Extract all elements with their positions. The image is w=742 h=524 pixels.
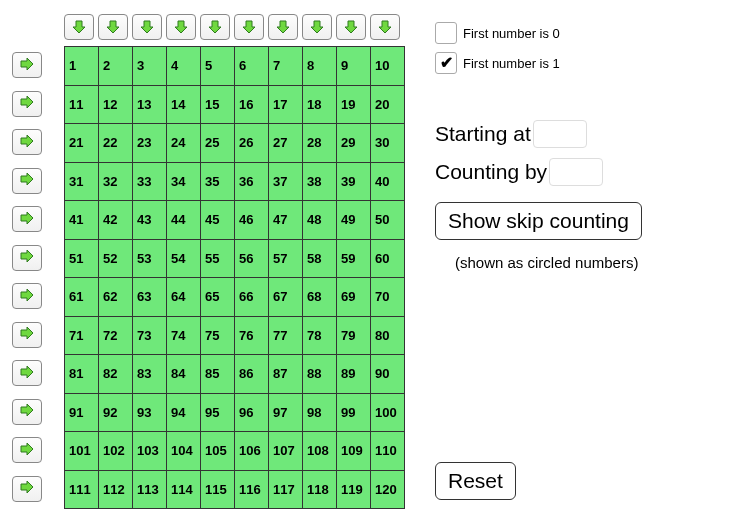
grid-cell[interactable]: 77 [269,316,303,355]
grid-cell[interactable]: 102 [99,432,133,471]
row-arrow-button[interactable] [12,168,42,194]
grid-cell[interactable]: 109 [337,432,371,471]
grid-cell[interactable]: 72 [99,316,133,355]
grid-cell[interactable]: 39 [337,162,371,201]
grid-cell[interactable]: 87 [269,355,303,394]
grid-cell[interactable]: 62 [99,278,133,317]
starting-at-input[interactable] [533,120,587,148]
grid-cell[interactable]: 79 [337,316,371,355]
grid-cell[interactable]: 44 [167,201,201,240]
column-arrow-button[interactable] [200,14,230,40]
grid-cell[interactable]: 97 [269,393,303,432]
row-arrow-button[interactable] [12,206,42,232]
grid-cell[interactable]: 11 [65,85,99,124]
grid-cell[interactable]: 120 [371,470,405,509]
grid-cell[interactable]: 80 [371,316,405,355]
grid-cell[interactable]: 93 [133,393,167,432]
reset-button[interactable]: Reset [435,462,516,500]
grid-cell[interactable]: 74 [167,316,201,355]
grid-cell[interactable]: 50 [371,201,405,240]
grid-cell[interactable]: 9 [337,47,371,86]
grid-cell[interactable]: 6 [235,47,269,86]
grid-cell[interactable]: 8 [303,47,337,86]
column-arrow-button[interactable] [166,14,196,40]
column-arrow-button[interactable] [132,14,162,40]
grid-cell[interactable]: 20 [371,85,405,124]
grid-cell[interactable]: 36 [235,162,269,201]
grid-cell[interactable]: 91 [65,393,99,432]
grid-cell[interactable]: 32 [99,162,133,201]
grid-cell[interactable]: 18 [303,85,337,124]
row-arrow-button[interactable] [12,52,42,78]
grid-cell[interactable]: 61 [65,278,99,317]
row-arrow-button[interactable] [12,360,42,386]
grid-cell[interactable]: 53 [133,239,167,278]
grid-cell[interactable]: 114 [167,470,201,509]
grid-cell[interactable]: 76 [235,316,269,355]
grid-cell[interactable]: 42 [99,201,133,240]
grid-cell[interactable]: 89 [337,355,371,394]
grid-cell[interactable]: 73 [133,316,167,355]
checkbox-first-0[interactable] [435,22,457,44]
grid-cell[interactable]: 46 [235,201,269,240]
grid-cell[interactable]: 90 [371,355,405,394]
grid-cell[interactable]: 82 [99,355,133,394]
grid-cell[interactable]: 14 [167,85,201,124]
grid-cell[interactable]: 96 [235,393,269,432]
counting-by-input[interactable] [549,158,603,186]
grid-cell[interactable]: 113 [133,470,167,509]
grid-cell[interactable]: 86 [235,355,269,394]
grid-cell[interactable]: 30 [371,124,405,163]
column-arrow-button[interactable] [370,14,400,40]
grid-cell[interactable]: 3 [133,47,167,86]
grid-cell[interactable]: 10 [371,47,405,86]
row-arrow-button[interactable] [12,91,42,117]
row-arrow-button[interactable] [12,129,42,155]
grid-cell[interactable]: 49 [337,201,371,240]
grid-cell[interactable]: 2 [99,47,133,86]
grid-cell[interactable]: 57 [269,239,303,278]
grid-cell[interactable]: 100 [371,393,405,432]
grid-cell[interactable]: 22 [99,124,133,163]
grid-cell[interactable]: 78 [303,316,337,355]
grid-cell[interactable]: 55 [201,239,235,278]
grid-cell[interactable]: 85 [201,355,235,394]
column-arrow-button[interactable] [268,14,298,40]
grid-cell[interactable]: 103 [133,432,167,471]
column-arrow-button[interactable] [336,14,366,40]
grid-cell[interactable]: 17 [269,85,303,124]
grid-cell[interactable]: 12 [99,85,133,124]
grid-cell[interactable]: 1 [65,47,99,86]
grid-cell[interactable]: 112 [99,470,133,509]
grid-cell[interactable]: 51 [65,239,99,278]
grid-cell[interactable]: 101 [65,432,99,471]
grid-cell[interactable]: 59 [337,239,371,278]
grid-cell[interactable]: 24 [167,124,201,163]
grid-cell[interactable]: 13 [133,85,167,124]
grid-cell[interactable]: 84 [167,355,201,394]
row-arrow-button[interactable] [12,322,42,348]
column-arrow-button[interactable] [64,14,94,40]
grid-cell[interactable]: 88 [303,355,337,394]
grid-cell[interactable]: 47 [269,201,303,240]
grid-cell[interactable]: 21 [65,124,99,163]
grid-cell[interactable]: 16 [235,85,269,124]
grid-cell[interactable]: 117 [269,470,303,509]
grid-cell[interactable]: 110 [371,432,405,471]
grid-cell[interactable]: 104 [167,432,201,471]
grid-cell[interactable]: 116 [235,470,269,509]
column-arrow-button[interactable] [98,14,128,40]
grid-cell[interactable]: 69 [337,278,371,317]
grid-cell[interactable]: 7 [269,47,303,86]
grid-cell[interactable]: 34 [167,162,201,201]
column-arrow-button[interactable] [302,14,332,40]
grid-cell[interactable]: 29 [337,124,371,163]
show-skip-counting-button[interactable]: Show skip counting [435,202,642,240]
grid-cell[interactable]: 45 [201,201,235,240]
grid-cell[interactable]: 94 [167,393,201,432]
grid-cell[interactable]: 56 [235,239,269,278]
grid-cell[interactable]: 41 [65,201,99,240]
grid-cell[interactable]: 4 [167,47,201,86]
grid-cell[interactable]: 25 [201,124,235,163]
grid-cell[interactable]: 111 [65,470,99,509]
